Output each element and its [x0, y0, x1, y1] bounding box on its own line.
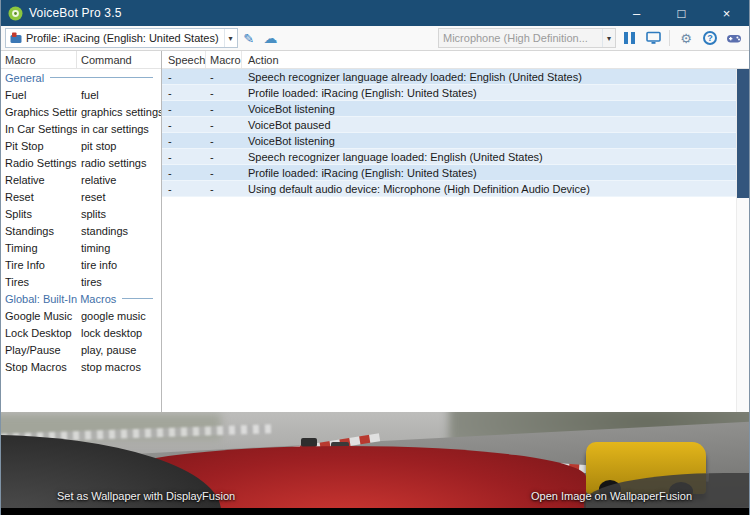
- macro-list-item[interactable]: Lock Desktoplock desktop: [1, 324, 161, 341]
- log-row[interactable]: --Speech recognizer language loaded: Eng…: [162, 149, 749, 165]
- macro-name: Graphics Settings: [1, 106, 77, 118]
- column-header-speech[interactable]: Speech: [162, 51, 206, 68]
- log-row[interactable]: --VoiceBot paused: [162, 117, 749, 133]
- microphone-label: Microphone (High Definition...: [443, 32, 588, 44]
- profile-dropdown[interactable]: Profile: iRacing (English: United States…: [5, 28, 238, 48]
- log-macro-cell: -: [206, 103, 242, 115]
- command-name: relative: [77, 174, 161, 186]
- command-name: standings: [77, 225, 161, 237]
- macro-list: GeneralFuelfuelGraphics Settingsgraphics…: [1, 69, 161, 412]
- toolbar: Profile: iRacing (English: United States…: [1, 26, 749, 51]
- macro-name: Tire Info: [1, 259, 77, 271]
- minimize-button[interactable]: –: [614, 0, 659, 26]
- macro-group-label: General: [5, 72, 44, 84]
- log-scrollbar[interactable]: [736, 69, 749, 412]
- pencil-icon: ✎: [243, 31, 254, 46]
- log-macro-cell: -: [206, 183, 242, 195]
- column-header-command[interactable]: Command: [77, 51, 161, 68]
- main-content: Macro Command GeneralFuelfuelGraphics Se…: [1, 51, 749, 412]
- log-speech-cell: -: [162, 119, 206, 131]
- controller-button[interactable]: [723, 28, 745, 48]
- log-action-cell: Using default audio device: Microphone (…: [242, 183, 749, 195]
- macro-list-item[interactable]: Timingtiming: [1, 239, 161, 256]
- command-name: play, pause: [77, 344, 161, 356]
- open-image-link[interactable]: Open Image on WallpaperFusion: [531, 490, 692, 502]
- macro-group-header: General: [1, 69, 161, 86]
- command-name: reset: [77, 191, 161, 203]
- macro-list-item[interactable]: Splitssplits: [1, 205, 161, 222]
- macro-name: Fuel: [1, 89, 77, 101]
- macro-name: Stop Macros: [1, 361, 77, 373]
- macro-list-item[interactable]: Fuelfuel: [1, 86, 161, 103]
- macro-list-item[interactable]: Stop Macrosstop macros: [1, 358, 161, 375]
- set-wallpaper-link[interactable]: Set as Wallpaper with DisplayFusion: [57, 490, 235, 502]
- help-button[interactable]: ?: [699, 28, 721, 48]
- log-action-cell: Profile loaded: iRacing (English: United…: [242, 87, 749, 99]
- column-header-macro[interactable]: Macro: [206, 51, 242, 68]
- voicebot-app-icon: [8, 6, 23, 21]
- log-speech-cell: -: [162, 183, 206, 195]
- macro-list-item[interactable]: Resetreset: [1, 188, 161, 205]
- game-controller-icon: [726, 32, 742, 45]
- macro-name: Splits: [1, 208, 77, 220]
- pause-listening-button[interactable]: [618, 28, 640, 48]
- command-name: timing: [77, 242, 161, 254]
- macro-list-item[interactable]: Tirestires: [1, 273, 161, 290]
- log-macro-cell: -: [206, 71, 242, 83]
- macro-name: Tires: [1, 276, 77, 288]
- command-name: pit stop: [77, 140, 161, 152]
- log-speech-cell: -: [162, 167, 206, 179]
- log-speech-cell: -: [162, 103, 206, 115]
- microphone-dropdown[interactable]: Microphone (High Definition... ▾: [438, 28, 616, 48]
- log-macro-cell: -: [206, 87, 242, 99]
- log-speech-cell: -: [162, 71, 206, 83]
- close-button[interactable]: ×: [704, 0, 749, 26]
- settings-button[interactable]: ⚙: [675, 28, 697, 48]
- chevron-down-icon[interactable]: ▾: [224, 29, 237, 47]
- profile-label: Profile: iRacing (English: United States…: [26, 32, 219, 44]
- column-header-macro[interactable]: Macro: [1, 51, 77, 68]
- macro-list-item[interactable]: Play/Pauseplay, pause: [1, 341, 161, 358]
- gear-icon: ⚙: [680, 31, 692, 46]
- scrollbar-thumb[interactable]: [737, 69, 749, 198]
- titlebar: VoiceBot Pro 3.5 – □ ×: [1, 0, 749, 26]
- macro-name: In Car Settings: [1, 123, 77, 135]
- command-name: google music: [77, 310, 161, 322]
- macro-list-item[interactable]: In Car Settingsin car settings: [1, 120, 161, 137]
- group-rule-line: [122, 298, 153, 299]
- log-row[interactable]: --Speech recognizer language already loa…: [162, 69, 749, 85]
- macro-list-item[interactable]: Graphics Settingsgraphics settings: [1, 103, 161, 120]
- log-row[interactable]: --VoiceBot listening: [162, 133, 749, 149]
- macro-name: Play/Pause: [1, 344, 77, 356]
- macro-list-item[interactable]: Google Musicgoogle music: [1, 307, 161, 324]
- macro-list-item[interactable]: Tire Infotire info: [1, 256, 161, 273]
- log-row[interactable]: --Profile loaded: iRacing (English: Unit…: [162, 165, 749, 181]
- log-action-cell: Speech recognizer language loaded: Engli…: [242, 151, 749, 163]
- cloud-sync-button[interactable]: ☁: [260, 28, 282, 48]
- log-action-cell: Speech recognizer language already loade…: [242, 71, 749, 83]
- macro-name: Radio Settings: [1, 157, 77, 169]
- log-row[interactable]: --Profile loaded: iRacing (English: Unit…: [162, 85, 749, 101]
- log-macro-cell: -: [206, 135, 242, 147]
- edit-profile-button[interactable]: ✎: [238, 28, 260, 48]
- macro-list-item[interactable]: Relativerelative: [1, 171, 161, 188]
- window-title: VoiceBot Pro 3.5: [29, 6, 122, 20]
- maximize-button[interactable]: □: [659, 0, 704, 26]
- display-window-button[interactable]: [642, 28, 664, 48]
- macro-list-item[interactable]: Radio Settingsradio settings: [1, 154, 161, 171]
- app-window: VoiceBot Pro 3.5 – □ × Profile: iRacing …: [0, 0, 750, 515]
- log-rows: --Speech recognizer language already loa…: [162, 69, 749, 412]
- window-controls: – □ ×: [614, 0, 749, 26]
- macro-name: Pit Stop: [1, 140, 77, 152]
- macro-name: Timing: [1, 242, 77, 254]
- macro-list-item[interactable]: Standingsstandings: [1, 222, 161, 239]
- log-row[interactable]: --Using default audio device: Microphone…: [162, 181, 749, 197]
- toolbar-separator: [669, 30, 670, 46]
- column-header-action[interactable]: Action: [242, 51, 749, 68]
- log-row[interactable]: --VoiceBot listening: [162, 101, 749, 117]
- cockpit-frame-art: [1, 435, 221, 515]
- chevron-down-icon[interactable]: ▾: [602, 29, 615, 47]
- macro-list-item[interactable]: Pit Stoppit stop: [1, 137, 161, 154]
- log-speech-cell: -: [162, 87, 206, 99]
- log-action-cell: VoiceBot listening: [242, 103, 749, 115]
